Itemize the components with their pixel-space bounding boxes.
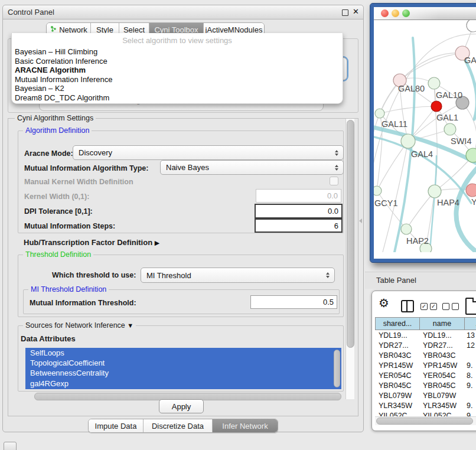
which-threshold-combobox[interactable]: MI Threshold xyxy=(141,268,335,283)
table-row[interactable]: YBR043CYBR043C xyxy=(375,350,476,360)
algorithm-option-dream8-dc-tdc-algorithm[interactable]: Dream8 DC_TDC Algorithm xyxy=(12,93,343,103)
column-header-1[interactable]: shared... xyxy=(376,318,420,330)
algorithm-option-basic-correlation-inference[interactable]: Basic Correlation Inference xyxy=(12,57,343,66)
hub-section-label[interactable]: Hub/Transcription Factor Definition ▶ xyxy=(24,238,159,247)
network-node[interactable] xyxy=(431,101,442,112)
network-canvas[interactable]: GALGAL80GAL10GAL11GAL1SWI4GAL4GCY1HAP4YH… xyxy=(374,20,476,252)
manual-kernel-checkbox[interactable] xyxy=(330,177,338,185)
network-node[interactable] xyxy=(467,20,476,32)
tab-impute-data[interactable]: Impute Data xyxy=(89,419,144,432)
docked-panel-button[interactable] xyxy=(4,442,17,450)
network-node[interactable] xyxy=(428,77,440,89)
table-row[interactable]: YBR045CYBR045C9. xyxy=(375,380,476,390)
network-node[interactable] xyxy=(428,185,441,198)
table-cell: YDL19... xyxy=(419,330,464,340)
column-layout-icon[interactable] xyxy=(401,300,414,312)
dpi-tolerance-label: DPI Tolerance [0,1]: xyxy=(24,207,93,216)
zoom-traffic-light-icon[interactable] xyxy=(402,9,410,17)
table-row[interactable]: YBL079WYBL079W xyxy=(375,390,476,400)
table-row[interactable]: YPR145WYPR145W9. xyxy=(375,360,476,370)
network-view-window[interactable]: GALGAL80GAL10GAL11GAL1SWI4GAL4GCY1HAP4YH… xyxy=(370,4,476,262)
table-cell: YPR145W xyxy=(419,360,464,370)
network-edge xyxy=(380,106,436,113)
attribute-item-selfloops[interactable]: SelfLoops xyxy=(25,348,341,358)
close-icon[interactable]: ✕ xyxy=(353,7,359,16)
table-row[interactable]: YLR345WYLR345W9. xyxy=(375,400,476,410)
table-cell: YER054C xyxy=(419,370,464,380)
dpi-tolerance-field[interactable]: 0.0 xyxy=(255,204,343,219)
mi-threshold-field[interactable]: 0.5 xyxy=(250,295,337,309)
unchecked-checkbox-icon[interactable] xyxy=(442,303,449,310)
dropdown-placeholder: Select algorithm to view settings xyxy=(12,34,343,47)
network-edge-highlighted xyxy=(430,156,436,252)
manual-kernel-label: Manual Kernel Width Definition xyxy=(24,178,133,186)
network-node[interactable] xyxy=(374,186,382,195)
chevron-up-down-icon xyxy=(335,150,339,156)
table-cell: YIL052C xyxy=(375,410,419,416)
table-cell: YLR345W xyxy=(419,400,464,410)
splitter-collapse-icon[interactable] xyxy=(359,219,362,223)
cyni-algorithm-settings-panel: Cyni Algorithm Settings Algorithm Defini… xyxy=(8,118,358,416)
close-traffic-light-icon[interactable] xyxy=(381,9,389,17)
attribute-item-topologicalcoefficient[interactable]: TopologicalCoefficient xyxy=(25,358,341,368)
table-panel-window: ⚙ ✓ ✓ shared...nameA YDL19...YDL19...13Y… xyxy=(371,291,476,431)
network-node[interactable] xyxy=(401,224,412,234)
mi-steps-field[interactable]: 6 xyxy=(255,219,343,233)
column-header-2[interactable]: name xyxy=(420,318,465,330)
aracne-mode-combobox[interactable]: Discovery xyxy=(73,145,344,160)
tab-discretize-data[interactable]: Discretize Data xyxy=(144,419,213,432)
table-row[interactable]: YDR27...YDR27...12 xyxy=(375,340,476,350)
checked-checkbox-icon[interactable]: ✓ xyxy=(430,303,437,310)
network-window-titlebar[interactable] xyxy=(374,7,476,20)
apply-button[interactable]: Apply xyxy=(159,399,204,413)
table-cell: YDR27... xyxy=(375,340,419,350)
table-cell: 9. xyxy=(464,380,476,390)
tab-infer-network[interactable]: Infer Network xyxy=(213,419,278,432)
sources-title[interactable]: Sources for Network Inference ▼ xyxy=(23,321,136,330)
table-row[interactable]: YER054CYER054C8. xyxy=(375,370,476,380)
threshold-definition-group: Threshold Definition Which threshold to … xyxy=(18,255,344,317)
table-cell: 9. xyxy=(464,400,476,410)
document-icon[interactable] xyxy=(465,298,476,315)
network-node[interactable] xyxy=(444,123,456,135)
mi-steps-label: Mutual Information Steps: xyxy=(24,222,115,230)
dpi-tolerance-value: 0.0 xyxy=(328,207,338,216)
attribute-item-betweennesscentrality[interactable]: BetweennessCentrality xyxy=(25,368,341,378)
settings-vertical-scrollbar[interactable] xyxy=(345,119,354,399)
checked-checkbox-icon[interactable]: ✓ xyxy=(420,303,428,310)
table-cell: YER054C xyxy=(375,370,419,380)
settings-scrollbar-thumb[interactable] xyxy=(347,120,354,348)
table-cell: YBR043C xyxy=(419,350,464,360)
node-label-gal: GAL xyxy=(464,56,476,65)
app-background: Control Panel ✕ NetworkStyleSelectCyni T… xyxy=(0,0,476,450)
list-scrollbar-thumb[interactable] xyxy=(334,350,340,387)
mi-type-combobox[interactable]: Naive Bayes xyxy=(160,160,344,175)
data-attributes-list[interactable]: SelfLoopsTopologicalCoefficientBetweenne… xyxy=(25,348,341,389)
node-label-gal4: GAL4 xyxy=(411,149,433,159)
collapse-down-icon: ▼ xyxy=(127,322,133,329)
gear-icon[interactable]: ⚙ xyxy=(379,296,389,310)
table-row[interactable]: YDL19...YDL19...13 xyxy=(375,330,476,340)
algorithm-option-mutual-information-inference[interactable]: Mutual Information Inference xyxy=(12,75,343,84)
algorithm-option-bayesian-hill-climbing[interactable]: Bayesian – Hill Climbing xyxy=(12,47,343,57)
table-cell: YBR045C xyxy=(419,380,464,390)
table-cell: 9 xyxy=(464,410,476,416)
table-horizontal-scrollbar[interactable] xyxy=(375,416,476,425)
mi-steps-value: 6 xyxy=(334,221,338,230)
table-row[interactable]: YIL052CYIL052C9 xyxy=(375,410,476,416)
float-window-icon[interactable] xyxy=(342,9,348,16)
column-header-3[interactable]: A xyxy=(465,318,476,330)
kernel-width-field[interactable]: 0.0 xyxy=(256,189,341,203)
table-scrollbar-thumb[interactable] xyxy=(376,418,473,425)
network-node[interactable] xyxy=(401,134,415,148)
network-node[interactable] xyxy=(466,184,476,197)
sources-title-text: Sources for Network Inference xyxy=(25,321,125,330)
network-node[interactable] xyxy=(375,109,384,118)
algorithm-dropdown-popup: Select algorithm to view settings Bayesi… xyxy=(11,33,343,104)
attribute-item-gal4rgexp[interactable]: gal4RGexp xyxy=(25,379,341,389)
algorithm-option-bayesian-k2[interactable]: Bayesian – K2 xyxy=(12,84,343,93)
unchecked-checkbox-icon[interactable] xyxy=(452,303,459,310)
minimize-traffic-light-icon[interactable] xyxy=(392,9,399,17)
mi-threshold-definition-group: MI Threshold Definition Mutual Informati… xyxy=(23,289,340,314)
algorithm-option-aracne-algorithm[interactable]: ARACNE Algorithm xyxy=(12,66,343,75)
